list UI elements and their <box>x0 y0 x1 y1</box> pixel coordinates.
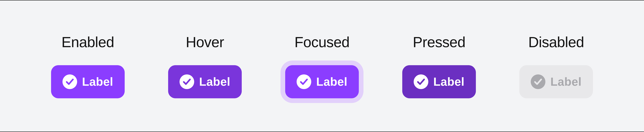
button-label: Label <box>199 75 230 88</box>
check-circle-icon <box>62 74 77 89</box>
check-circle-icon <box>414 74 428 89</box>
state-title: Pressed <box>413 34 466 51</box>
button-label: Label <box>550 75 582 88</box>
button-label: Label <box>316 75 348 88</box>
state-title: Hover <box>186 34 224 51</box>
state-col-enabled: Enabled Label <box>51 34 125 98</box>
check-circle-icon <box>180 74 194 89</box>
button-label: Label <box>433 75 464 88</box>
button-hover[interactable]: Label <box>168 65 242 98</box>
state-col-pressed: Pressed Label <box>402 34 476 98</box>
button-states-row: Enabled Label Hover Label Focused Label … <box>0 1 644 131</box>
state-title: Focused <box>294 34 350 51</box>
state-col-focused: Focused Label <box>285 34 359 98</box>
check-circle-icon <box>531 74 545 89</box>
state-col-disabled: Disabled Label <box>519 34 593 98</box>
button-disabled: Label <box>519 65 593 98</box>
button-label: Label <box>82 75 113 88</box>
check-circle-icon <box>296 74 311 89</box>
button-focused[interactable]: Label <box>285 65 359 98</box>
button-pressed[interactable]: Label <box>402 65 476 98</box>
state-title: Enabled <box>62 34 114 51</box>
button-enabled[interactable]: Label <box>51 65 125 98</box>
state-col-hover: Hover Label <box>168 34 242 98</box>
state-title: Disabled <box>528 34 584 51</box>
